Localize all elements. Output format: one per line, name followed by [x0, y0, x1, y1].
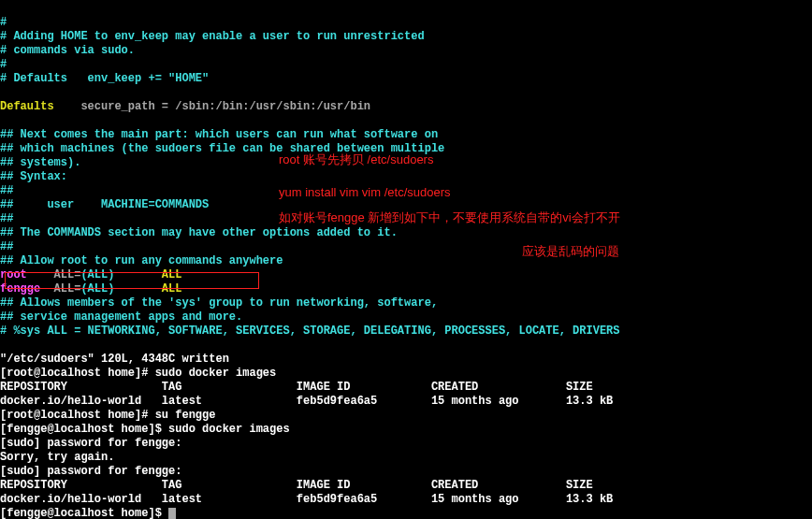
segment: "/etc/sudoers" 120L, 4348C written: [0, 353, 229, 366]
shell-line: [root@localhost home]# su fengge: [0, 409, 812, 423]
sudoers-line: # commands via sudo.: [0, 44, 812, 58]
annotation-2: yum install vim vim /etc/sudoers: [279, 185, 451, 199]
segment: secure_path = /sbin:/bin:/usr/sbin:/usr/…: [54, 100, 370, 113]
sudoers-line: ## Allows members of the 'sys' group to …: [0, 296, 812, 310]
shell-line: REPOSITORY TAG IMAGE ID CREATED SIZE: [0, 381, 812, 395]
segment: [fengge@localhost home]$: [0, 507, 168, 519]
sudoers-line: ## The COMMANDS section may have other o…: [0, 226, 812, 240]
sudoers-line: ## Allow root to run any commands anywhe…: [0, 254, 812, 268]
shell-line: [root@localhost home]# sudo docker image…: [0, 367, 812, 381]
sudoers-line: ##: [0, 240, 812, 254]
segment: [sudo] password for fengge:: [0, 437, 181, 450]
sudoers-line: #: [0, 16, 812, 30]
shell-line: Sorry, try again.: [0, 451, 812, 465]
shell-line: docker.io/hello-world latest feb5d9fea6a…: [0, 493, 812, 507]
shell-line: [fengge@localhost home]$: [0, 507, 812, 519]
blank-line: [0, 339, 812, 353]
sudoers-line: #: [0, 58, 812, 72]
sudoers-line: [0, 86, 812, 100]
segment: docker.io/hello-world latest feb5d9fea6a…: [0, 493, 613, 506]
shell-line: [sudo] password for fengge:: [0, 465, 812, 479]
annotation-1: root 账号先拷贝 /etc/sudoers: [279, 151, 433, 168]
segment: [root@localhost home]# sudo docker image…: [0, 367, 276, 380]
segment: [sudo] password for fengge:: [0, 465, 181, 478]
shell-line: [fengge@localhost home]$ sudo docker ima…: [0, 423, 812, 437]
sudoers-line: ## service management apps and more.: [0, 310, 812, 324]
sudoers-line: ## Next comes the main part: which users…: [0, 128, 812, 142]
shell-line: "/etc/sudoers" 120L, 4348C written: [0, 353, 812, 367]
shell-line: [sudo] password for fengge:: [0, 437, 812, 451]
highlight-box-fengge: [5, 272, 259, 289]
segment: REPOSITORY TAG IMAGE ID CREATED SIZE: [0, 381, 593, 394]
segment: [fengge@localhost home]$ sudo docker ima…: [0, 423, 290, 436]
annotation-3: 如对账号fengge 新增到如下中，不要使用系统自带的vi会打不开: [279, 209, 620, 226]
shell-line: REPOSITORY TAG IMAGE ID CREATED SIZE: [0, 479, 812, 493]
sudoers-line: # Adding HOME to env_keep may enable a u…: [0, 30, 812, 44]
sudoers-line: # %sys ALL = NETWORKING, SOFTWARE, SERVI…: [0, 324, 812, 339]
sudoers-line: ## Syntax:: [0, 170, 812, 184]
segment: docker.io/hello-world latest feb5d9fea6a…: [0, 395, 613, 408]
segment: Sorry, try again.: [0, 451, 114, 464]
sudoers-line: Defaults secure_path = /sbin:/bin:/usr/s…: [0, 100, 812, 114]
segment: [root@localhost home]# su fengge: [0, 409, 215, 422]
terminal-window[interactable]: ## Adding HOME to env_keep may enable a …: [0, 0, 812, 519]
sudoers-line: # Defaults env_keep += "HOME": [0, 72, 812, 86]
sudoers-line: [0, 114, 812, 128]
cursor: [168, 508, 176, 519]
segment: Defaults: [0, 100, 54, 113]
shell-line: docker.io/hello-world latest feb5d9fea6a…: [0, 395, 812, 409]
annotation-4: 应该是乱码的问题: [522, 243, 619, 260]
segment: REPOSITORY TAG IMAGE ID CREATED SIZE: [0, 479, 593, 492]
